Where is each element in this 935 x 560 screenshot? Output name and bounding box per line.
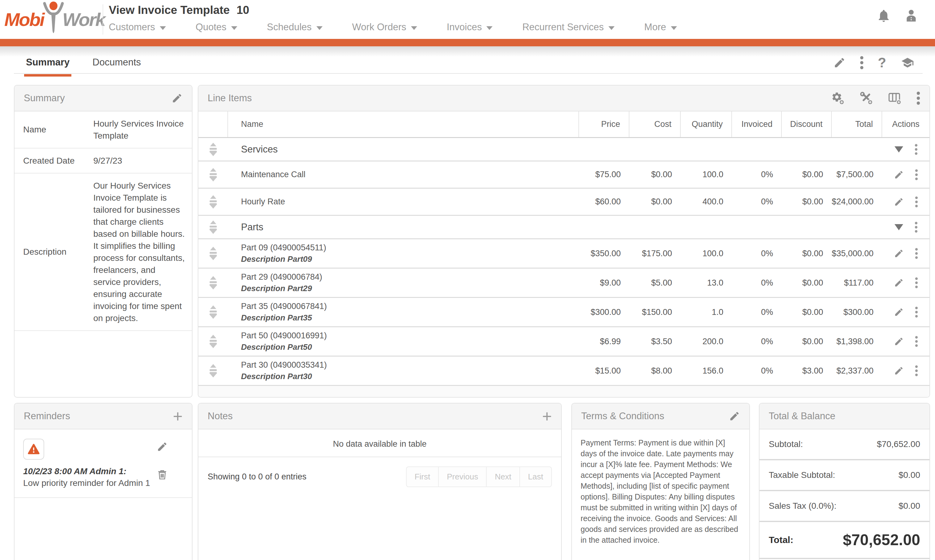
drag-handle-icon[interactable] xyxy=(207,194,219,209)
reminders-panel-title: Reminders xyxy=(24,411,70,422)
reminder-edit-pencil-icon[interactable] xyxy=(157,441,168,452)
collapse-group-icon[interactable] xyxy=(894,224,904,231)
line-item-price: $300.00 xyxy=(579,308,630,317)
drag-handle-icon[interactable] xyxy=(207,305,219,320)
drag-handle-icon[interactable] xyxy=(207,363,219,378)
line-item-row: Part 35 (04900067841) Description Part35… xyxy=(198,298,929,327)
line-item-edit-pencil-icon[interactable] xyxy=(894,170,904,180)
line-item-kebab-icon[interactable] xyxy=(915,196,918,208)
line-item-edit-pencil-icon[interactable] xyxy=(894,366,904,376)
line-item-invoiced: 0% xyxy=(732,366,782,376)
line-item-total: $117.00 xyxy=(832,278,882,288)
line-item-edit-pencil-icon[interactable] xyxy=(894,197,904,207)
line-items-kebab-icon[interactable] xyxy=(916,91,920,105)
nav-menu-item[interactable]: Customers xyxy=(109,22,166,33)
line-item-group-row: Parts xyxy=(198,216,929,239)
user-profile-icon[interactable] xyxy=(904,8,919,23)
line-item-invoiced: 0% xyxy=(732,249,782,258)
mobiwork-logo[interactable]: Mobi Work xyxy=(4,2,105,37)
line-items-columns-icon[interactable] xyxy=(888,91,902,105)
logo-text-work: Work xyxy=(62,9,105,30)
nav-menu-item[interactable]: Work Orders xyxy=(352,22,417,33)
line-item-total: $2,337.00 xyxy=(832,366,882,376)
nav-menu-item[interactable]: Schedules xyxy=(267,22,322,33)
edit-pencil-icon[interactable] xyxy=(833,57,846,69)
nav-menu-item[interactable]: Invoices xyxy=(447,22,493,33)
line-item-cost: $3.50 xyxy=(630,337,681,346)
line-item-row: Hourly Rate $60.00 $0.00 400.0 0% $0.00 … xyxy=(198,189,929,216)
line-items-panel-title: Line Items xyxy=(208,92,252,104)
line-item-cost: $0.00 xyxy=(630,197,681,206)
line-item-edit-pencil-icon[interactable] xyxy=(894,249,904,258)
drag-handle-icon[interactable] xyxy=(207,167,219,182)
chevron-down-icon xyxy=(671,26,677,30)
line-item-kebab-icon[interactable] xyxy=(915,277,918,289)
line-item-description: Description Part29 xyxy=(241,284,312,293)
line-item-cost: $150.00 xyxy=(630,308,681,317)
line-item-discount: $0.00 xyxy=(782,278,832,288)
collapse-group-icon[interactable] xyxy=(894,146,904,153)
line-item-invoiced: 0% xyxy=(732,197,782,206)
line-item-discount: $0.00 xyxy=(782,308,832,317)
line-item-kebab-icon[interactable] xyxy=(915,306,918,318)
line-item-quantity: 400.0 xyxy=(681,197,732,206)
line-item-price: $6.99 xyxy=(579,337,630,346)
line-item-row: Part 09 (04900054511) Description Part09… xyxy=(198,239,929,269)
group-kebab-icon[interactable] xyxy=(915,221,918,233)
line-items-panel: Line Items xyxy=(198,85,930,398)
more-options-kebab-icon[interactable] xyxy=(860,56,864,69)
line-item-description: Description Part09 xyxy=(241,254,312,264)
line-item-price: $350.00 xyxy=(579,249,630,258)
line-item-kebab-icon[interactable] xyxy=(915,365,918,377)
group-name: Services xyxy=(228,144,882,155)
line-item-kebab-icon[interactable] xyxy=(915,169,918,181)
line-item-edit-pencil-icon[interactable] xyxy=(894,307,904,317)
drag-handle-icon[interactable] xyxy=(207,334,219,349)
chevron-down-icon xyxy=(316,26,322,30)
col-price: Price xyxy=(579,111,630,137)
terms-panel-title: Terms & Conditions xyxy=(581,411,664,422)
terms-edit-pencil-icon[interactable] xyxy=(729,411,740,422)
line-item-kebab-icon[interactable] xyxy=(915,247,918,260)
line-item-invoiced: 0% xyxy=(732,170,782,179)
pagination-previous-button[interactable]: Previous xyxy=(438,466,487,487)
line-item-name: Part 35 (04900067841) xyxy=(241,302,327,311)
notifications-bell-icon[interactable] xyxy=(876,8,891,23)
line-item-price: $9.00 xyxy=(579,278,630,288)
page-title-id: 10 xyxy=(236,4,249,16)
line-item-name: Part 30 (04900035341) xyxy=(241,360,327,370)
line-item-kebab-icon[interactable] xyxy=(915,335,918,348)
drag-handle-icon[interactable] xyxy=(207,246,219,261)
drag-handle-icon[interactable] xyxy=(207,142,219,157)
tab-bar-rule xyxy=(14,73,923,74)
summary-edit-pencil-icon[interactable] xyxy=(171,92,183,104)
reminder-delete-trash-icon[interactable] xyxy=(157,469,168,481)
notes-pagination: First Previous Next Last xyxy=(406,466,552,487)
add-reminder-plus-icon[interactable]: + xyxy=(173,410,183,422)
line-item-row: Part 29 (0490006784) Description Part29 … xyxy=(198,269,929,298)
nav-menu-item[interactable]: Quotes xyxy=(196,22,237,33)
totals-row-total: Total: $70,652.00 xyxy=(759,522,929,559)
add-note-plus-icon[interactable]: + xyxy=(542,410,552,422)
training-graduation-cap-icon[interactable] xyxy=(900,56,915,69)
line-item-invoiced: 0% xyxy=(732,308,782,317)
group-kebab-icon[interactable] xyxy=(915,143,918,155)
logo-text-mobi: Mobi xyxy=(4,9,44,30)
line-item-edit-pencil-icon[interactable] xyxy=(894,337,904,346)
drag-handle-icon[interactable] xyxy=(207,220,219,235)
nav-menu-item[interactable]: More xyxy=(644,22,677,33)
help-icon[interactable]: ? xyxy=(878,55,886,71)
pagination-first-button[interactable]: First xyxy=(406,466,439,487)
line-items-settings-gear-icon[interactable] xyxy=(831,91,845,105)
nav-menu-item[interactable]: Recurrent Services xyxy=(522,22,614,33)
reminder-item: 10/2/23 8:00 AM Admin 1: Low priority re… xyxy=(14,429,192,498)
pagination-next-button[interactable]: Next xyxy=(486,466,520,487)
summary-row-created-date: Created Date 9/27/23 xyxy=(14,148,192,174)
line-item-edit-pencil-icon[interactable] xyxy=(894,278,904,288)
line-items-tools-icon[interactable] xyxy=(859,91,873,105)
col-invoiced: Invoiced xyxy=(732,111,782,137)
drag-handle-icon[interactable] xyxy=(207,275,219,290)
pagination-last-button[interactable]: Last xyxy=(519,466,552,487)
line-item-cost: $175.00 xyxy=(630,249,681,258)
line-item-discount: $0.00 xyxy=(782,337,832,346)
